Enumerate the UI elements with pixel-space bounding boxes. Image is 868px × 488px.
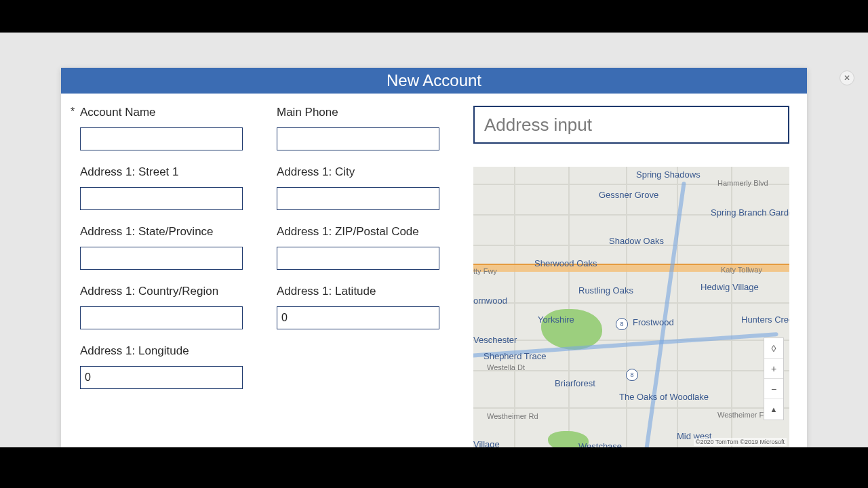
map-label: Rustling Oaks — [578, 285, 633, 296]
map-attribution: ©2020 TomTom ©2019 Microsoft — [694, 438, 787, 446]
field-city: Address 1: City — [263, 165, 460, 225]
map-label: Westheimer F — [717, 411, 764, 419]
letterbox-bottom — [0, 447, 868, 488]
map-label: Village — [473, 439, 500, 447]
highway-shield-icon: 8 — [626, 369, 638, 381]
address-search-input[interactable] — [473, 106, 789, 144]
new-account-panel: New Account * Account Name Main Phone Ad… — [61, 68, 807, 447]
plus-icon: + — [771, 363, 776, 374]
close-button[interactable]: ✕ — [840, 70, 854, 85]
input-city[interactable] — [277, 187, 439, 210]
map-label: Shepherd Trace — [484, 351, 547, 361]
map-canvas[interactable]: Spring Shadows Gessner Grove Hammerly Bl… — [473, 167, 789, 447]
field-state: Address 1: State/Province — [66, 225, 263, 285]
label-country: Address 1: Country/Region — [80, 285, 263, 298]
map-area: Spring Shadows Gessner Grove Hammerly Bl… — [473, 106, 802, 447]
map-label: Spring Shadows — [636, 169, 701, 180]
input-main-phone[interactable] — [277, 127, 439, 150]
input-account-name[interactable] — [80, 127, 243, 150]
page-canvas: ✕ New Account * Account Name Main Phone … — [0, 33, 868, 447]
label-account-name: Account Name — [80, 106, 263, 119]
label-main-phone: Main Phone — [277, 106, 460, 119]
map-tilt-button[interactable]: ▲ — [764, 399, 783, 420]
map-zoom-in-button[interactable]: + — [764, 359, 783, 379]
minus-icon: − — [771, 384, 776, 394]
form-area: * Account Name Main Phone Address 1: Str… — [66, 106, 473, 447]
highway-shield-icon: 8 — [616, 318, 628, 330]
input-state[interactable] — [80, 247, 243, 270]
map-label: Gessner Grove — [599, 190, 658, 200]
field-latitude: Address 1: Latitude — [263, 285, 460, 344]
field-country: Address 1: Country/Region — [66, 285, 263, 344]
locate-icon: ◊ — [772, 343, 776, 354]
close-icon: ✕ — [844, 73, 850, 83]
input-longitude[interactable] — [80, 366, 243, 389]
field-street1: Address 1: Street 1 — [66, 165, 263, 225]
map-label: Briarforest — [555, 378, 595, 388]
field-zip: Address 1: ZIP/Postal Code — [263, 225, 460, 285]
map-locate-button[interactable]: ◊ — [764, 338, 783, 359]
map-label: ornwood — [473, 296, 507, 306]
label-street1: Address 1: Street 1 — [80, 165, 263, 179]
map-zoom-out-button[interactable]: − — [764, 379, 783, 399]
field-longitude: Address 1: Longitude — [66, 344, 263, 404]
map-controls: ◊ + − ▲ — [764, 338, 784, 420]
input-street1[interactable] — [80, 187, 243, 210]
map-label: Hunters Creek Villa — [741, 314, 789, 325]
tilt-icon: ▲ — [770, 405, 778, 413]
field-account-name: * Account Name — [66, 106, 263, 165]
input-latitude[interactable] — [277, 306, 439, 329]
map-label: Sherwood Oaks — [534, 258, 597, 268]
map-label: Katy Tollway — [721, 266, 762, 274]
map-label: Frostwood — [633, 317, 674, 327]
map-label: Veschester — [473, 335, 517, 345]
map-label: Yorkshire — [538, 314, 574, 325]
page-title: New Account — [387, 71, 481, 90]
panel-body: * Account Name Main Phone Address 1: Str… — [61, 94, 807, 447]
label-longitude: Address 1: Longitude — [80, 344, 263, 358]
map-label: Westheimer Rd — [487, 412, 538, 420]
map-label: Westchase — [578, 441, 622, 447]
map-label: Shadow Oaks — [609, 236, 664, 246]
letterbox-top — [0, 0, 868, 33]
field-main-phone: Main Phone — [263, 106, 460, 165]
map-label: Hammerly Blvd — [717, 179, 768, 187]
label-city: Address 1: City — [277, 165, 460, 179]
map-label: Spring Branch Gardens — [711, 207, 789, 218]
input-zip[interactable] — [277, 247, 439, 270]
label-state: Address 1: State/Province — [80, 225, 263, 239]
map-label: Westella Dt — [487, 363, 525, 371]
map-label: The Oaks of Woodlake — [619, 392, 709, 402]
map-label: Hedwig Village — [701, 282, 759, 292]
panel-header: New Account — [61, 68, 807, 94]
label-latitude: Address 1: Latitude — [277, 285, 460, 298]
input-country[interactable] — [80, 306, 243, 329]
map-label: tty Fwy — [473, 267, 497, 275]
label-zip: Address 1: ZIP/Postal Code — [277, 225, 460, 239]
required-marker: * — [71, 106, 75, 118]
